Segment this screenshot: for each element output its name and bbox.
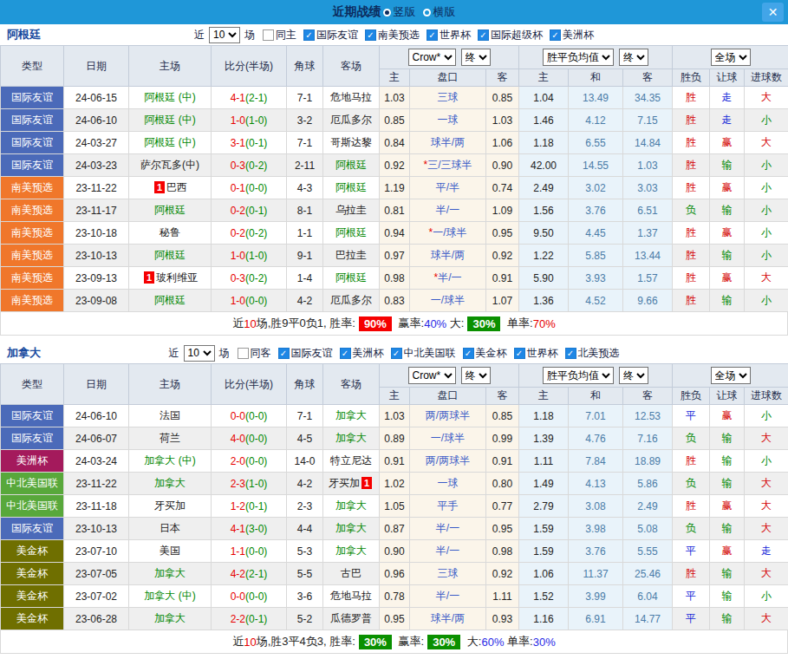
league-checkbox-2[interactable]: ✓	[427, 29, 438, 41]
crow-home-odds-cell: 0.90	[380, 540, 410, 563]
avg-home-cell: 1.59	[519, 518, 569, 540]
league-checkbox-4[interactable]: ✓	[514, 348, 525, 359]
avg-odds-select[interactable]: 胜平负均值	[543, 367, 614, 384]
league-cell: 国际友谊	[1, 518, 64, 540]
league-checkbox-label-2[interactable]: 世界杯	[440, 28, 471, 42]
handicap-line-text: 半/一	[436, 522, 459, 534]
table-row: 国际友谊24-06-15阿根廷 (中)4-1(2-1)7-1危地马拉1.03三球…	[1, 87, 788, 109]
team-name-text: 加拿大	[154, 477, 186, 489]
corner-cell: 7-1	[287, 132, 323, 154]
odds-time-select[interactable]: 终	[461, 49, 491, 66]
avg-home-cell: 2.49	[519, 177, 569, 199]
col-header-score: 比分(半场)	[212, 46, 287, 87]
avg-away-cell: 1.57	[623, 267, 673, 290]
goals-result-cell: 大	[745, 563, 788, 585]
crow-away-odds-cell: 0.91	[486, 267, 519, 290]
league-checkbox-label-0[interactable]: 国际友谊	[291, 346, 333, 361]
odds-group-header: Crow*终	[380, 46, 519, 69]
scope-selects: 全场	[673, 49, 788, 66]
full-score: 0-1	[231, 182, 245, 194]
league-checkbox-label-3[interactable]: 国际超级杯	[491, 28, 543, 42]
handicap-line-text: 球半/两	[431, 249, 465, 261]
crow-away-odds-cell: 0.92	[486, 563, 519, 585]
half-score: (0-0)	[245, 455, 267, 467]
avg-odds-select[interactable]: 胜平负均值	[543, 49, 614, 66]
league-checkbox-2[interactable]: ✓	[391, 348, 402, 359]
radio-vertical-layout[interactable]	[383, 9, 391, 16]
avg-time-select[interactable]: 终	[619, 367, 648, 384]
avg-away-cell: 9.66	[623, 290, 673, 312]
result-cell: 负	[673, 518, 710, 540]
close-icon[interactable]: ✕	[762, 3, 784, 22]
sub-header-8: 进球数	[745, 388, 788, 405]
result-text: 大	[761, 271, 772, 284]
odds-source-select[interactable]: Crow*	[408, 49, 456, 66]
team-name-text: 特立尼达	[330, 454, 372, 466]
radio-horizontal-label[interactable]: 横版	[433, 4, 456, 20]
sub-header-8: 进球数	[745, 69, 788, 87]
red-card-badge: 1	[154, 181, 165, 193]
home-team-cell: 阿根廷	[129, 290, 212, 312]
league-checkbox-label-4[interactable]: 世界杯	[527, 346, 558, 361]
score-cell: 0-2(0-2)	[212, 222, 287, 245]
half-score: (0-0)	[245, 590, 267, 603]
league-checkbox-3[interactable]: ✓	[478, 29, 489, 41]
avg-away-cell: 12.53	[623, 405, 673, 427]
avg-time-select[interactable]: 终	[619, 49, 648, 66]
league-checkbox-label-1[interactable]: 美洲杯	[353, 346, 384, 361]
full-score: 4-0	[231, 433, 245, 445]
handicap-line-text: 半/一	[436, 545, 459, 557]
scope-select[interactable]: 全场	[711, 49, 751, 66]
league-checkbox-label-0[interactable]: 国际友谊	[316, 28, 358, 42]
odds-time-select[interactable]: 终	[461, 367, 491, 384]
same-venue-checkbox[interactable]	[238, 348, 249, 359]
league-checkbox-1[interactable]: ✓	[340, 348, 351, 359]
avg-home-cell: 1.46	[519, 109, 569, 132]
result-text: 大	[761, 432, 772, 444]
avg-draw-cell: 3.93	[569, 267, 623, 290]
summary-text: 单率:	[504, 634, 532, 649]
league-checkbox-0[interactable]: ✓	[303, 29, 315, 41]
table-row: 南美预选23-09-08阿根廷1-0(0-0)4-2厄瓜多尔0.83一/球半1.…	[1, 290, 788, 312]
team-name-text: 加拿大 (中)	[144, 590, 195, 602]
league-checkbox-5[interactable]: ✓	[565, 348, 576, 359]
half-score: (0-1)	[245, 613, 267, 625]
league-checkbox-4[interactable]: ✓	[550, 29, 561, 41]
score-cell: 0-2(0-1)	[212, 199, 287, 222]
table-row: 国际友谊24-06-10阿根廷 (中)1-0(1-0)3-2厄瓜多尔0.85一球…	[1, 109, 788, 132]
result-cell: 胜	[673, 290, 710, 312]
home-team-cell: 日本	[129, 518, 212, 540]
avg-home-cell: 9.50	[519, 222, 569, 245]
league-checkbox-label-1[interactable]: 南美预选	[378, 28, 420, 42]
goals-result-cell: 大	[745, 473, 788, 495]
avg-draw-cell: 5.85	[569, 245, 623, 267]
radio-vertical-label[interactable]: 竖版	[394, 4, 416, 20]
league-checkbox-0[interactable]: ✓	[278, 348, 290, 359]
league-checkbox-1[interactable]: ✓	[365, 29, 376, 41]
avg-home-cell: 1.49	[519, 473, 569, 495]
sub-header-4: 和	[569, 388, 623, 405]
league-checkbox-label-3[interactable]: 美金杯	[476, 346, 507, 361]
half-score: (0-1)	[245, 500, 267, 512]
table-row: 中北美国联23-11-18牙买加1-2(0-1)2-3加拿大1.05平手0.77…	[1, 495, 788, 518]
half-score: (0-0)	[245, 410, 267, 422]
recent-count-select[interactable]: 10	[184, 345, 215, 362]
league-checkbox-label-4[interactable]: 美洲杯	[563, 28, 594, 42]
scope-select[interactable]: 全场	[711, 367, 751, 384]
goals-result-cell: 小	[745, 109, 788, 132]
league-checkbox-label-5[interactable]: 北美预选	[578, 346, 620, 361]
league-checkbox-label-2[interactable]: 中北美国联	[404, 346, 456, 361]
crow-home-odds-cell: 1.03	[380, 87, 410, 109]
handicap-line-text: 一球	[438, 114, 459, 126]
corner-cell: 4-4	[287, 518, 323, 540]
home-team-cell: 阿根廷	[129, 199, 212, 222]
same-venue-label[interactable]: 同主	[276, 28, 296, 42]
league-checkbox-3[interactable]: ✓	[463, 348, 474, 359]
same-venue-checkbox[interactable]	[263, 29, 274, 41]
away-team-cell: 加拿大	[323, 518, 380, 540]
recent-count-select[interactable]: 10	[209, 27, 240, 43]
same-venue-label[interactable]: 同客	[251, 346, 271, 361]
odds-source-select[interactable]: Crow*	[408, 367, 456, 384]
radio-horizontal-layout[interactable]	[423, 9, 431, 16]
handicap-line-cell: 一/球半	[410, 427, 486, 450]
